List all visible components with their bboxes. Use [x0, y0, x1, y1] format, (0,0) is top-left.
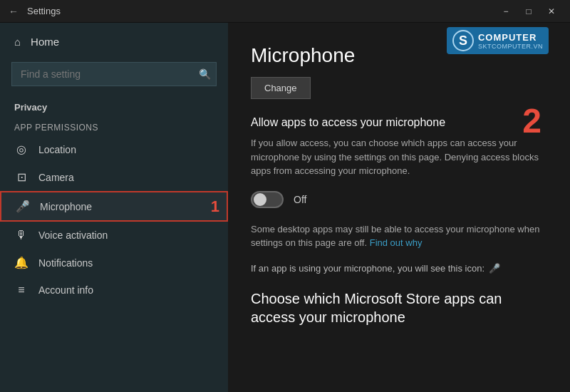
- icon-note-text: If an app is using your microphone, you …: [251, 262, 484, 276]
- toggle-label: Off: [294, 194, 306, 205]
- logo-badge: S COMPUTER SKTCOMPUTER.VN: [447, 27, 549, 54]
- location-icon: ◎: [14, 143, 28, 156]
- sidebar-item-notifications[interactable]: 🔔 Notifications: [0, 249, 228, 277]
- sidebar-item-account-info[interactable]: ≡ Account info: [0, 277, 228, 304]
- search-box[interactable]: 🔍: [11, 62, 217, 86]
- change-button[interactable]: Change: [251, 77, 311, 99]
- icon-note: If an app is using your microphone, you …: [251, 262, 547, 276]
- privacy-section-label: Privacy: [0, 93, 228, 117]
- content-area: S COMPUTER SKTCOMPUTER.VN Microphone Cha…: [228, 23, 570, 392]
- home-label: Home: [31, 36, 59, 48]
- toggle-knob: [254, 193, 266, 206]
- content-red-number: 2: [522, 101, 542, 140]
- microphone-icon: 🎤: [16, 200, 30, 213]
- home-icon: ⌂: [14, 36, 21, 48]
- sidebar-item-label: Account info: [38, 284, 93, 296]
- logo-url-text: SKTCOMPUTER.VN: [478, 43, 543, 50]
- sidebar-item-voice-activation[interactable]: 🎙 Voice activation: [0, 222, 228, 249]
- camera-icon: ⊡: [14, 170, 28, 184]
- mic-icon-inline: 🎤: [489, 262, 500, 276]
- search-input[interactable]: [11, 62, 217, 86]
- sidebar-item-label: Voice activation: [38, 229, 108, 241]
- sidebar-item-label: Microphone: [40, 201, 92, 212]
- account-icon: ≡: [14, 284, 28, 296]
- sidebar-item-label: Location: [38, 144, 76, 155]
- back-button[interactable]: ←: [9, 6, 19, 17]
- allow-heading: Allow apps to access your microphone: [251, 116, 547, 129]
- title-bar: ← Settings − □ ✕: [0, 0, 570, 23]
- logo-computer-text: COMPUTER: [478, 32, 543, 43]
- close-button[interactable]: ✕: [542, 4, 561, 19]
- microphone-toggle[interactable]: [251, 191, 284, 208]
- find-out-why-link[interactable]: Find out why: [370, 237, 423, 248]
- logo-s-icon: S: [452, 30, 474, 51]
- note-desktop-apps: Some desktop apps may still be able to a…: [251, 222, 547, 250]
- sidebar: ⌂ Home 🔍 Privacy App permissions ◎ Locat…: [0, 23, 228, 392]
- allow-description: If you allow access, you can choose whic…: [251, 136, 547, 178]
- sidebar-item-microphone[interactable]: 🎤 Microphone 1: [0, 191, 228, 222]
- logo-text: COMPUTER SKTCOMPUTER.VN: [478, 32, 543, 50]
- main-container: ⌂ Home 🔍 Privacy App permissions ◎ Locat…: [0, 23, 570, 392]
- sidebar-item-home[interactable]: ⌂ Home: [0, 29, 228, 55]
- window-controls: − □ ✕: [496, 4, 561, 19]
- sidebar-item-label: Camera: [38, 172, 74, 183]
- toggle-row: Off: [251, 191, 547, 208]
- sidebar-item-label: Notifications: [38, 257, 93, 269]
- search-icon: 🔍: [199, 68, 211, 80]
- window-title: Settings: [27, 6, 496, 16]
- voice-icon: 🎙: [14, 229, 28, 242]
- maximize-button[interactable]: □: [519, 4, 539, 19]
- sidebar-item-location[interactable]: ◎ Location: [0, 135, 228, 163]
- bottom-section-title: Choose which Microsoft Store apps can ac…: [251, 289, 547, 326]
- minimize-button[interactable]: −: [496, 4, 516, 19]
- sidebar-item-camera[interactable]: ⊡ Camera: [0, 163, 228, 191]
- sidebar-red-number: 1: [211, 197, 219, 216]
- app-permissions-label: App permissions: [0, 117, 228, 135]
- notifications-icon: 🔔: [14, 256, 28, 269]
